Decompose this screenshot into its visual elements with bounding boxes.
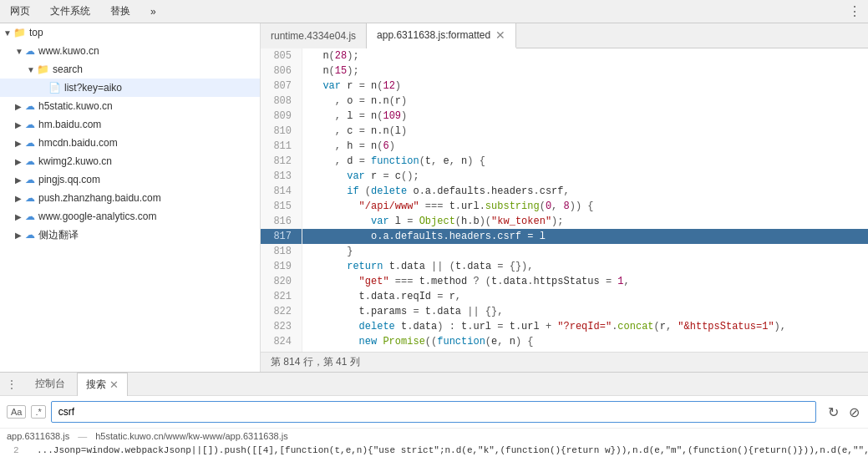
result-row-1[interactable]: 2 ...Jsonp=window.webpackJsonp||[]).push… <box>0 444 868 457</box>
sidebar-item-top[interactable]: ▼ 📁 top <box>0 23 260 42</box>
tree-arrow-google-analytics: ▶ <box>15 212 25 221</box>
code-line-811: 811 , h = n(6) <box>261 139 868 154</box>
sidebar-item-google-analytics[interactable]: ▶ ☁ www.google-analytics.com <box>0 207 260 226</box>
search-panel: Aa .* ↻ ⊘ app.6311638.js — h5static.kuwo… <box>0 396 868 472</box>
sidebar-item-h5static[interactable]: ▶ ☁ h5static.kuwo.cn <box>0 97 260 115</box>
main-area: ▼ 📁 top ▼ ☁ www.kuwo.cn ▼ 📁 search 📄 lis… <box>0 23 868 372</box>
menu-bar: 网页 文件系统 替换 » ⋮ <box>0 0 868 23</box>
code-line-824: 824 new Promise((function(e, n) { <box>261 334 868 349</box>
search-regex-button[interactable]: .* <box>31 405 45 419</box>
status-text: 第 814 行，第 41 列 <box>271 355 360 369</box>
search-clear-button[interactable]: ⊘ <box>847 403 861 422</box>
sidebar-label-search: search <box>53 63 83 75</box>
sidebar-item-www-kuwo[interactable]: ▼ ☁ www.kuwo.cn <box>0 42 260 60</box>
menu-options-icon[interactable]: ⋮ <box>848 3 861 19</box>
sidebar-label-side-translate: 侧边翻译 <box>38 228 79 242</box>
sidebar-label-pingjs-qq: pingjs.qq.com <box>38 174 100 185</box>
sidebar-item-pingjs-qq[interactable]: ▶ ☁ pingjs.qq.com <box>0 170 260 189</box>
code-line-823: 823 delete t.data) : t.url = t.url + "?r… <box>261 319 868 334</box>
search-refresh-button[interactable]: ↻ <box>826 403 840 422</box>
search-input-wrap <box>51 401 816 423</box>
code-line-807: 807 var r = n(12) <box>261 79 868 94</box>
panel-tab-console[interactable]: 控制台 <box>27 373 74 396</box>
tree-arrow-top: ▼ <box>3 28 13 38</box>
code-line-810: 810 , c = n.n(l) <box>261 124 868 139</box>
code-line-815: 815 "/api/www" === t.url.substring(0, 8)… <box>261 199 868 214</box>
sidebar-label-www-kuwo: www.kuwo.cn <box>38 45 99 57</box>
menu-more[interactable]: » <box>147 4 160 19</box>
sidebar-label-push-zhanzhang: push.zhanzhang.baidu.com <box>38 192 161 204</box>
sidebar-item-search[interactable]: ▼ 📁 search <box>0 60 260 79</box>
code-line-817: 817 o.a.defaults.headers.csrf = l <box>261 229 868 244</box>
tree-arrow-www-kuwo: ▼ <box>15 47 25 56</box>
sidebar-item-push-zhanzhang[interactable]: ▶ ☁ push.zhanzhang.baidu.com <box>0 189 260 207</box>
sidebar: ▼ 📁 top ▼ ☁ www.kuwo.cn ▼ 📁 search 📄 lis… <box>0 23 261 372</box>
folder-icon-search: 📁 <box>37 63 49 75</box>
code-line-806: 806 n(15); <box>261 63 868 79</box>
tab-close-icon[interactable]: ✕ <box>495 29 505 41</box>
menu-replace[interactable]: 替换 <box>107 3 134 20</box>
result-file-row: app.6311638.js — h5static.kuwo.cn/www/kw… <box>0 429 868 444</box>
tab-bar: runtime.4334e04.js app.6311638.js:format… <box>261 23 868 48</box>
code-editor: 805 n(28); 806 n(15); 807 var r = n(12) … <box>261 48 868 372</box>
cloud-icon-google-analytics: ☁ <box>25 211 35 222</box>
search-input[interactable] <box>51 401 816 423</box>
code-line-814: 814 if (delete o.a.defaults.headers.csrf… <box>261 184 868 199</box>
search-bar: Aa .* ↻ ⊘ <box>0 396 868 429</box>
code-line-822: 822 t.params = t.data || {}, <box>261 304 868 319</box>
tree-arrow-search: ▼ <box>27 65 37 74</box>
result-file-path: h5static.kuwo.cn/www/kw-www/app.6311638.… <box>95 431 288 441</box>
tree-arrow-kwimg2: ▶ <box>15 157 25 166</box>
panel-tab-search-label: 搜索 <box>86 378 106 392</box>
code-line-812: 812 , d = function(t, e, n) { <box>261 154 868 169</box>
cloud-icon-hmcdn-baidu: ☁ <box>25 137 35 149</box>
panel-dots-icon[interactable]: ⋮ <box>7 378 17 390</box>
result-text: ...Jsonp=window.webpackJsonp||[]).push([… <box>37 445 868 455</box>
tab-app-formatted[interactable]: app.6311638.js:formatted ✕ <box>367 23 516 48</box>
cloud-icon-kwimg2: ☁ <box>25 155 35 167</box>
code-line-821: 821 t.data.reqId = r, <box>261 289 868 304</box>
code-line-813: 813 var r = c(); <box>261 169 868 184</box>
tree-arrow-hmcdn-baidu: ▶ <box>15 139 25 148</box>
tab-runtime[interactable]: runtime.4334e04.js <box>261 23 367 48</box>
code-line-809: 809 , l = n(109) <box>261 109 868 124</box>
sidebar-label-hmcdn-baidu: hmcdn.baidu.com <box>38 137 118 149</box>
tab-app-formatted-label: app.6311638.js:formatted <box>377 29 490 41</box>
sidebar-label-google-analytics: www.google-analytics.com <box>38 211 156 222</box>
tree-arrow-pingjs-qq: ▶ <box>15 175 25 185</box>
tree-arrow-list-key <box>38 84 48 93</box>
sidebar-item-kwimg2[interactable]: ▶ ☁ kwimg2.kuwo.cn <box>0 152 260 170</box>
code-content[interactable]: 805 n(28); 806 n(15); 807 var r = n(12) … <box>261 48 868 352</box>
cloud-icon-side-translate: ☁ <box>25 229 35 241</box>
status-bar: 第 814 行，第 41 列 <box>261 352 868 372</box>
panel-tab-search[interactable]: 搜索 ✕ <box>77 373 128 396</box>
bottom-panel: ⋮ 控制台 搜索 ✕ Aa .* ↻ ⊘ app.6311638.js — h5… <box>0 372 868 472</box>
code-line-820: 820 "get" === t.method ? (t.data.httpsSt… <box>261 274 868 289</box>
tree-arrow-hm-baidu: ▶ <box>15 120 25 129</box>
sidebar-item-side-translate[interactable]: ▶ ☁ 侧边翻译 <box>0 226 260 244</box>
sidebar-item-hmcdn-baidu[interactable]: ▶ ☁ hmcdn.baidu.com <box>0 134 260 152</box>
cloud-icon-www-kuwo: ☁ <box>25 45 35 57</box>
tree-arrow-h5static: ▶ <box>15 102 25 111</box>
panel-tab-bar: ⋮ 控制台 搜索 ✕ <box>0 373 868 396</box>
result-num: 2 <box>13 445 30 455</box>
panel-tab-close-icon[interactable]: ✕ <box>109 378 119 391</box>
menu-webpage[interactable]: 网页 <box>7 3 33 20</box>
sidebar-item-list-key[interactable]: 📄 list?key=aiko <box>0 79 260 97</box>
sidebar-label-kwimg2: kwimg2.kuwo.cn <box>38 155 112 167</box>
code-line-819: 819 return t.data || (t.data = {}), <box>261 259 868 274</box>
tree-arrow-side-translate: ▶ <box>15 231 25 240</box>
sidebar-label-top: top <box>29 27 43 38</box>
menu-filesystem[interactable]: 文件系统 <box>47 3 94 20</box>
cloud-icon-h5static: ☁ <box>25 100 35 112</box>
search-results: app.6311638.js — h5static.kuwo.cn/www/kw… <box>0 429 868 472</box>
panel-tab-console-label: 控制台 <box>35 377 65 391</box>
folder-icon-top: 📁 <box>13 27 26 38</box>
sidebar-item-hm-baidu[interactable]: ▶ ☁ hm.baidu.com <box>0 115 260 134</box>
code-line-816: 816 var l = Object(h.b)("kw_token"); <box>261 214 868 229</box>
sidebar-label-hm-baidu: hm.baidu.com <box>38 119 101 130</box>
search-case-sensitive-button[interactable]: Aa <box>7 405 26 419</box>
tab-runtime-label: runtime.4334e04.js <box>271 30 356 42</box>
sidebar-label-list-key: list?key=aiko <box>64 82 122 94</box>
cloud-icon-pingjs-qq: ☁ <box>25 174 35 185</box>
